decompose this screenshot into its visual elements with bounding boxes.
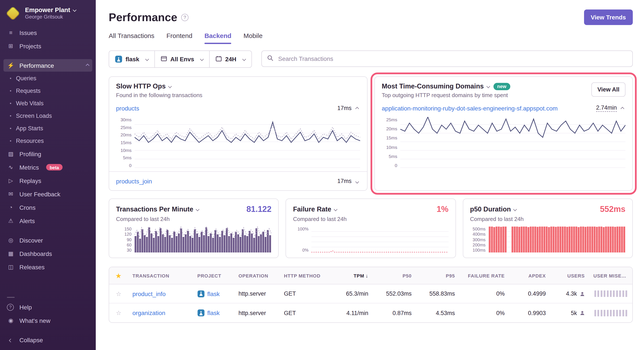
sidebar-item-app-starts[interactable]: App Starts	[4, 122, 92, 135]
time-spent-value[interactable]: 2.74min	[596, 104, 617, 112]
sidebar-item-help[interactable]: ? Help	[4, 301, 92, 313]
help-icon: ?	[7, 304, 15, 310]
column-header-p50[interactable]: P50	[373, 273, 416, 278]
chevron-down-icon	[513, 208, 517, 211]
transaction-link-products[interactable]: products	[116, 105, 139, 112]
environment-filter-label: All Envs	[170, 56, 194, 63]
column-header-apdex[interactable]: APDEX	[509, 273, 550, 278]
chevron-up-icon	[86, 64, 90, 67]
starred-column-header[interactable]: ★	[109, 272, 128, 279]
org-switcher[interactable]: Empower Plant George Gritsouk	[0, 0, 96, 26]
failure-rate-title[interactable]: Failure Rate	[293, 205, 337, 213]
http-method-cell: GET	[280, 310, 327, 316]
failure-rate-card: Failure Rate 1% Compared to last 24h 100…	[286, 199, 456, 258]
flask-project-icon	[197, 309, 204, 316]
bullet-icon	[10, 90, 11, 92]
search-input[interactable]	[277, 55, 627, 63]
sidebar-item-label: Queries	[16, 75, 36, 82]
flask-project-icon	[115, 56, 122, 63]
sort-desc-icon: ↓	[366, 272, 368, 279]
sidebar-item-dashboards[interactable]: ▦ Dashboards	[4, 247, 92, 260]
sidebar-item-whats-new[interactable]: ◉ What's new	[4, 314, 92, 327]
dashboards-icon: ▦	[7, 250, 15, 257]
transaction-link[interactable]: organization	[132, 309, 166, 316]
sidebar-item-resources[interactable]: Resources	[4, 135, 92, 147]
project-link[interactable]: flask	[207, 309, 220, 316]
sidebar-item-label: Releases	[20, 263, 45, 270]
column-header-transaction[interactable]: TRANSACTION	[128, 273, 193, 278]
sidebar-item-queries[interactable]: Queries	[4, 72, 92, 85]
chevron-up-icon	[356, 107, 359, 111]
date-range-filter[interactable]: 24H	[210, 51, 251, 67]
sidebar-item-projects[interactable]: ⊞ Projects	[4, 40, 92, 52]
filter-bar: flask All Envs 24H	[109, 51, 633, 68]
column-header-project[interactable]: PROJECT	[193, 273, 234, 278]
duration-value: 17ms	[337, 178, 352, 184]
tpm-title[interactable]: Transactions Per Minute	[116, 205, 199, 213]
column-header-failure-rate[interactable]: FAILURE RATE	[459, 273, 509, 278]
project-filter[interactable]: flask	[109, 51, 155, 67]
column-header-p95[interactable]: P95	[416, 273, 460, 278]
sidebar-item-web-vitals[interactable]: Web Vitals	[4, 97, 92, 110]
flask-project-icon	[197, 290, 204, 297]
sidebar-item-label: User Feedback	[20, 191, 60, 197]
sidebar-item-label: Resources	[16, 138, 44, 144]
tab-frontend[interactable]: Frontend	[166, 32, 192, 44]
expand-toggle-button[interactable]	[354, 177, 360, 186]
domains-title[interactable]: Most Time-Consuming Domains new	[382, 82, 510, 90]
collapse-toggle-button[interactable]	[620, 104, 626, 113]
sidebar-item-issues[interactable]: ≡ Issues	[4, 26, 92, 39]
divider	[0, 53, 96, 59]
sidebar-item-profiling[interactable]: ▨ Profiling	[4, 148, 92, 160]
sidebar-item-requests[interactable]: Requests	[4, 85, 92, 97]
date-range-label: 24H	[225, 56, 236, 63]
sidebar-item-crons[interactable]: ◔ Crons	[4, 201, 92, 214]
sidebar-item-performance[interactable]: ⚡ Performance	[4, 59, 92, 72]
sidebar-item-alerts[interactable]: ⚠ Alerts	[4, 214, 92, 227]
transaction-row: products 17ms	[109, 99, 367, 114]
help-icon[interactable]: ?	[181, 14, 188, 21]
column-header-users[interactable]: USERS	[550, 273, 589, 278]
view-all-button[interactable]: View All	[592, 82, 626, 97]
view-trends-button[interactable]: View Trends	[584, 10, 633, 25]
replays-icon: ▷	[7, 177, 15, 184]
star-icon[interactable]: ☆	[116, 290, 121, 297]
tab-all-transactions[interactable]: All Transactions	[109, 32, 154, 44]
sidebar-item-releases[interactable]: ◫ Releases	[4, 261, 92, 273]
sidebar-item-discover[interactable]: ◎ Discover	[4, 234, 92, 246]
domain-link[interactable]: application-monitoring-ruby-dot-sales-en…	[382, 105, 558, 112]
sidebar-item-label: Performance	[20, 62, 54, 69]
environment-filter[interactable]: All Envs	[155, 51, 210, 67]
sidebar-item-user-feedback[interactable]: ✉ User Feedback	[4, 188, 92, 200]
table-row: ☆ organization flask http.server GET 4.1…	[109, 303, 632, 322]
collapse-toggle-button[interactable]	[354, 104, 360, 113]
card-subtitle: Compared to last 24h	[293, 216, 448, 222]
project-link[interactable]: flask	[207, 290, 220, 297]
column-header-user-misery[interactable]: USER MISERY	[589, 273, 632, 278]
transaction-link[interactable]: product_info	[132, 290, 166, 297]
sidebar-item-label: Profiling	[20, 150, 41, 157]
p50-duration-title[interactable]: p50 Duration	[470, 205, 516, 213]
column-header-http-method[interactable]: HTTP METHOD	[280, 273, 327, 278]
sidebar-item-metrics[interactable]: ∿ Metrics beta	[4, 161, 92, 173]
transaction-link-products-join[interactable]: products_join	[116, 178, 152, 184]
slow-http-ops-title[interactable]: Slow HTTP Ops	[116, 82, 360, 90]
chevron-down-icon	[168, 85, 172, 88]
failure-rate-chart	[312, 227, 448, 252]
column-header-operation[interactable]: OPERATION	[234, 273, 280, 278]
new-badge: new	[493, 83, 510, 90]
tab-mobile[interactable]: Mobile	[244, 32, 262, 44]
project-filter-label: flask	[126, 56, 139, 63]
star-icon[interactable]: ☆	[116, 309, 121, 316]
p50-duration-chart	[488, 227, 626, 252]
sidebar-item-replays[interactable]: ▷ Replays	[4, 174, 92, 187]
metrics-icon: ∿	[7, 164, 15, 170]
bullet-icon	[10, 115, 11, 117]
apdex-cell: 0.4999	[509, 290, 550, 297]
table-header: ★ TRANSACTION PROJECT OPERATION HTTP MET…	[109, 267, 632, 284]
chart-area: 25ms20ms15ms10ms5ms0	[375, 114, 632, 171]
sidebar-item-screen-loads[interactable]: Screen Loads	[4, 110, 92, 122]
column-header-tpm[interactable]: TPM↓	[327, 272, 373, 279]
tab-backend[interactable]: Backend	[204, 32, 232, 44]
sidebar-collapse-button[interactable]: Collapse	[4, 333, 92, 346]
